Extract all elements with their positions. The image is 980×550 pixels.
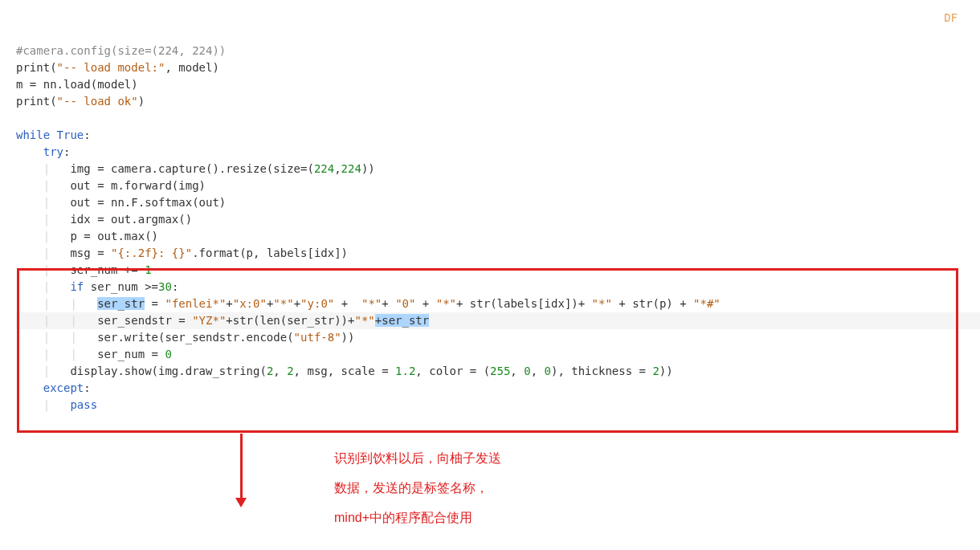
code-line-2: print("-- load model:", model) — [16, 61, 219, 74]
code-line-14: | ser_num += 1 — [16, 263, 152, 276]
badge-df: DF — [944, 10, 958, 26]
code-line-22: | pass — [16, 398, 97, 411]
annotation-line-1: 识别到饮料以后，向柚子发送 — [334, 446, 501, 471]
code-line-18: | | ser.write(ser_sendstr.encode("utf-8"… — [16, 331, 354, 344]
code-line-21: except: — [16, 381, 91, 394]
code-line-16: | | ser_str = "fenlei*"+"x:0"+"*"+"y:0" … — [16, 297, 721, 310]
code-line-9: | out = m.forward(img) — [16, 179, 206, 192]
annotation-line-2: 数据，发送的是标签名称， — [334, 475, 488, 501]
code-line-15: | if ser_num >=30: — [16, 280, 178, 293]
code-line-20: | display.show(img.draw_string(2, 2, msg… — [16, 365, 673, 377]
code-line-3: m = nn.load(model) — [16, 78, 138, 91]
code-line-12: | p = out.max() — [16, 230, 158, 242]
code-line-19: | | ser_num = 0 — [16, 348, 172, 361]
code-line-4: print("-- load ok") — [16, 95, 145, 108]
annotation-line-3: mind+中的程序配合使用 — [334, 505, 472, 531]
code-block: #camera.config(size=(224, 224)) print("-… — [16, 26, 980, 414]
code-line-10: | out = nn.F.softmax(out) — [16, 196, 226, 209]
code-line-6: while True: — [16, 128, 91, 141]
code-line-7: try: — [16, 145, 70, 158]
code-line-8: | img = camera.capture().resize(size=(22… — [16, 162, 375, 175]
code-line-11: | idx = out.argmax() — [16, 213, 192, 226]
code-line-13: | msg = "{:.2f}: {}".format(p, labels[id… — [16, 246, 348, 259]
code-line-17: | | ser_sendstr = "YZ*"+str(len(ser_str)… — [16, 312, 980, 329]
page: { "badge": "DF", "code": { "l1_comment":… — [0, 0, 980, 550]
code-line-1: #camera.config(size=(224, 224)) — [16, 44, 226, 57]
